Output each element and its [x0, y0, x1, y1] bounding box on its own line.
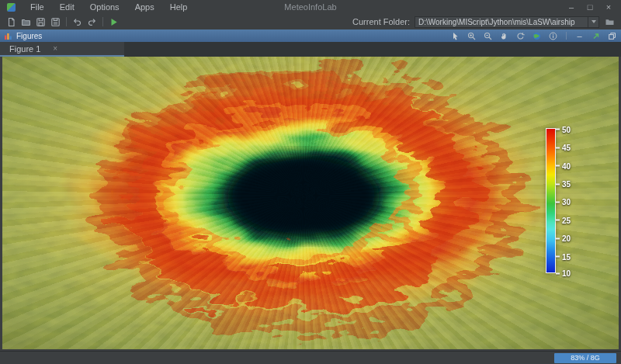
colorbar-tick-label: 35	[562, 180, 571, 189]
window-title: MeteoInfoLab	[284, 2, 336, 12]
tab-figure-1[interactable]: Figure 1 ×	[0, 42, 124, 57]
zoom-in-icon	[467, 32, 476, 40]
tab-label: Figure 1	[9, 44, 40, 54]
run-icon	[109, 17, 119, 27]
restore-icon	[608, 32, 616, 40]
figures-panel-titlebar[interactable]: Figures	[0, 29, 621, 42]
panel-float-button[interactable]	[591, 31, 601, 41]
window-titlebar: File Edit Options Apps Help MeteoInfoLab…	[0, 0, 621, 14]
folder-icon	[605, 17, 615, 27]
close-button[interactable]: ×	[599, 0, 618, 14]
menu-apps[interactable]: Apps	[127, 0, 162, 14]
current-folder-path[interactable]: D:\Working\MIScript\Jython\mis\LaSW\airs…	[415, 18, 588, 26]
menu-edit[interactable]: Edit	[52, 0, 82, 14]
new-file-icon	[6, 17, 16, 27]
pointer-tool-button[interactable]	[450, 31, 460, 41]
rotate-tool-button[interactable]	[515, 31, 526, 41]
tab-close-icon[interactable]: ×	[53, 44, 57, 53]
minimize-button[interactable]: –	[562, 0, 581, 14]
typhoon-eye-3d-surface	[2, 57, 619, 349]
menu-help[interactable]: Help	[162, 0, 196, 14]
panel-restore-button[interactable]	[607, 31, 617, 41]
colorbar-tick-label: 15	[562, 252, 571, 261]
figure-canvas[interactable]: 50 45 40 35 30 25 20 15 10	[2, 57, 619, 349]
chevron-down-icon[interactable]	[588, 17, 598, 27]
window-controls: – □ ×	[562, 0, 618, 14]
zoom-out-tool-button[interactable]	[483, 31, 493, 41]
pan-tool-button[interactable]	[499, 31, 509, 41]
maximize-button[interactable]: □	[581, 0, 599, 14]
save-button[interactable]	[33, 16, 48, 29]
undo-icon	[72, 17, 82, 27]
colorbar-tick-label: 25	[562, 216, 571, 224]
figures-toolbar-separator	[566, 32, 567, 40]
open-folder-icon	[21, 17, 31, 27]
toolbar-separator	[66, 17, 67, 26]
redo-icon	[87, 17, 97, 27]
colorbar-legend: 50 45 40 35 30 25 20 15 10	[546, 128, 581, 275]
zoom-out-icon	[484, 32, 492, 40]
memory-usage-badge[interactable]: 83% / 8G	[554, 353, 616, 363]
colorbar-ticks: 50 45 40 35 30 25 20 15 10	[556, 128, 581, 275]
colorbar-tick-label: 40	[562, 161, 571, 170]
figure-tabbar: Figure 1 ×	[0, 42, 621, 57]
redo-button[interactable]	[85, 16, 99, 29]
pan-hand-icon	[500, 32, 508, 40]
globe-tool-button[interactable]	[532, 31, 542, 41]
minimize-glyph: –	[577, 32, 581, 40]
colorbar-gradient	[546, 128, 556, 273]
colorbar-tick-label: 20	[562, 234, 571, 243]
figure-container: 50 45 40 35 30 25 20 15 10	[0, 57, 621, 351]
save-as-icon	[50, 17, 61, 27]
save-as-button[interactable]	[48, 16, 63, 29]
panel-minimize-button[interactable]: –	[574, 31, 585, 41]
main-toolbar: Current Folder: D:\Working\MIScript\Jyth…	[0, 14, 621, 29]
colorbar-tick-label: 10	[562, 269, 571, 278]
colorbar-tick-label: 45	[562, 144, 571, 152]
identify-tool-button[interactable]	[548, 31, 558, 41]
undo-button[interactable]	[70, 16, 85, 29]
figures-panel-title: Figures	[16, 32, 42, 40]
globe-icon	[533, 32, 541, 40]
current-folder-label: Current Folder:	[352, 17, 415, 26]
colorbar-tick-label: 30	[562, 198, 571, 206]
menu-options[interactable]: Options	[82, 0, 127, 14]
save-icon	[36, 17, 46, 27]
float-arrow-icon	[592, 32, 600, 40]
new-script-button[interactable]	[4, 16, 19, 29]
app-logo-icon	[7, 3, 16, 12]
open-file-button[interactable]	[19, 16, 33, 29]
browse-folder-button[interactable]	[602, 16, 617, 29]
current-folder-combobox[interactable]: D:\Working\MIScript\Jython\mis\LaSW\airs…	[415, 16, 599, 28]
info-icon	[549, 32, 557, 40]
run-script-button[interactable]	[106, 16, 121, 29]
chart-icon	[4, 32, 12, 40]
rotate-icon	[516, 32, 525, 40]
status-bar: 83% / 8G	[0, 351, 621, 364]
menu-file[interactable]: File	[23, 0, 52, 14]
colorbar-tick-label: 50	[562, 125, 571, 133]
zoom-in-tool-button[interactable]	[467, 31, 477, 41]
figures-toolbar: –	[450, 31, 617, 41]
pointer-icon	[451, 32, 460, 40]
toolbar-separator	[102, 17, 103, 26]
